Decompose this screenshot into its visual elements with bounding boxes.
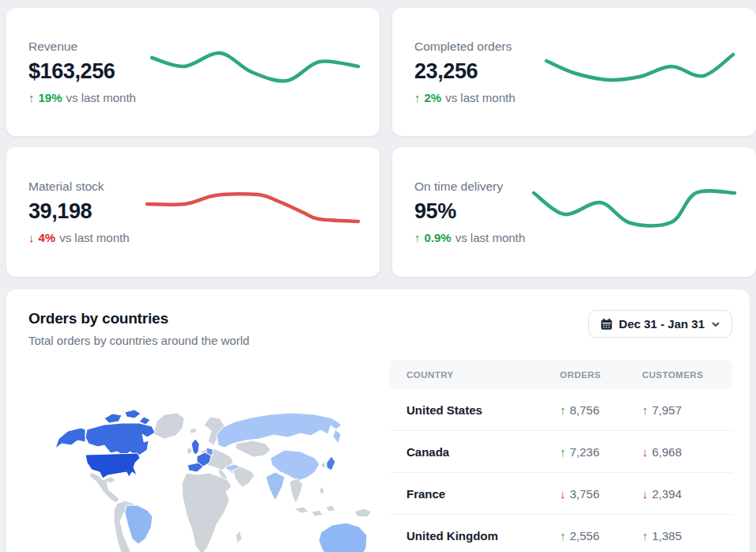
orders-country-table: COUNTRY ORDERS CUSTOMERS United States ↑… <box>389 360 732 552</box>
revenue-sparkline-chart <box>152 50 359 86</box>
trend-arrow-icon: ↑ <box>560 403 566 417</box>
trend-arrow-icon: ↑ <box>414 231 421 244</box>
map-region-southeast-asia <box>289 478 303 504</box>
orders-title-block: Orders by countries Total orders by coun… <box>28 310 249 347</box>
delta-percent: 0.9% <box>425 231 452 244</box>
calendar-icon <box>600 318 613 331</box>
map-country-australia[interactable] <box>319 523 367 552</box>
map-country-south-korea <box>321 462 326 468</box>
delta-percent: 2% <box>425 91 442 104</box>
trend-arrow-icon: ↑ <box>560 445 566 459</box>
trend-arrow-icon: ↑ <box>642 403 648 417</box>
map-region-middle-east <box>232 467 255 487</box>
orders-by-countries-card: Orders by countries Total orders by coun… <box>6 289 750 552</box>
delta-percent: 19% <box>39 91 62 104</box>
map-region-central-asia <box>236 440 270 457</box>
map-continent-africa <box>182 473 232 552</box>
map-country-japan[interactable] <box>327 456 335 471</box>
trend-arrow-icon: ↓ <box>642 445 648 459</box>
kpi-text-block: On time delivery 95% ↑ 0.9% vs last mont… <box>414 180 533 244</box>
orders-value: ↑8,756 <box>560 403 642 417</box>
map-country-united-kingdom[interactable] <box>191 439 199 455</box>
table-row: United States ↑8,756 ↑7,957 <box>389 389 732 431</box>
table-header-row: COUNTRY ORDERS CUSTOMERS <box>389 360 732 389</box>
delta-compare-label: vs last month <box>445 91 515 104</box>
country-name: United Kingdom <box>406 529 560 543</box>
delta-compare-label: vs last month <box>59 231 129 244</box>
section-subtitle: Total orders by countries around the wor… <box>28 334 249 347</box>
kpi-delta: ↓ 4% vs last month <box>28 231 147 244</box>
trend-arrow-icon: ↑ <box>642 529 648 543</box>
table-row: Canada ↑7,236 ↓6,968 <box>389 431 732 473</box>
world-map <box>28 360 389 552</box>
section-title: Orders by countries <box>28 310 249 327</box>
delta-percent: 4% <box>39 231 56 244</box>
kpi-delta: ↑ 0.9% vs last month <box>414 231 533 244</box>
kpi-card-on-time-delivery: On time delivery 95% ↑ 0.9% vs last mont… <box>392 147 756 277</box>
country-name: France <box>406 487 560 501</box>
delta-compare-label: vs last month <box>66 91 136 104</box>
map-country-philippines <box>319 486 324 494</box>
material-stock-sparkline-chart <box>147 191 359 225</box>
kpi-value: 23,256 <box>414 59 533 84</box>
trend-arrow-icon: ↑ <box>28 91 35 104</box>
trend-arrow-icon: ↓ <box>28 231 35 244</box>
delta-compare-label: vs last month <box>455 231 525 244</box>
map-region-alaska[interactable] <box>55 428 85 448</box>
kpi-card-completed-orders: Completed orders 23,256 ↑ 2% vs last mon… <box>392 8 756 136</box>
kpi-value: $163,256 <box>28 59 147 84</box>
on-time-delivery-sparkline-chart <box>533 189 735 227</box>
kpi-grid: Revenue $163,256 ↑ 19% vs last month Com… <box>6 8 750 277</box>
completed-orders-sparkline-chart <box>546 52 735 84</box>
map-country-new-guinea <box>354 509 372 517</box>
map-country-canada-islands <box>104 410 150 425</box>
kpi-card-revenue: Revenue $163,256 ↑ 19% vs last month <box>6 8 380 136</box>
kpi-title: Material stock <box>28 180 147 194</box>
map-country-india[interactable] <box>266 472 285 501</box>
kpi-delta: ↑ 19% vs last month <box>28 91 147 104</box>
kpi-card-material-stock: Material stock 39,198 ↓ 4% vs last month <box>6 147 380 277</box>
orders-value: ↑7,236 <box>560 445 642 459</box>
world-map-svg <box>28 388 384 552</box>
orders-card-body: COUNTRY ORDERS CUSTOMERS United States ↑… <box>28 360 732 552</box>
kpi-text-block: Material stock 39,198 ↓ 4% vs last month <box>28 180 147 244</box>
date-range-label: Dec 31 - Jan 31 <box>619 317 705 331</box>
column-header-country: COUNTRY <box>406 370 560 380</box>
orders-card-header: Orders by countries Total orders by coun… <box>28 310 732 347</box>
kpi-delta: ↑ 2% vs last month <box>414 91 533 104</box>
dashboard-page: Revenue $163,256 ↑ 19% vs last month Com… <box>0 0 756 552</box>
chevron-down-icon <box>711 319 720 329</box>
map-region-kamchatka <box>333 429 341 444</box>
map-country-brazil[interactable] <box>125 505 153 544</box>
trend-arrow-icon: ↑ <box>414 91 421 104</box>
kpi-value: 95% <box>414 199 533 224</box>
customers-value: ↓2,394 <box>642 487 732 501</box>
orders-value: ↑2,556 <box>560 529 642 543</box>
kpi-value: 39,198 <box>28 199 147 224</box>
map-country-ireland <box>187 447 192 455</box>
customers-value: ↓6,968 <box>642 445 732 459</box>
map-country-greenland <box>153 413 184 439</box>
map-country-madagascar <box>236 531 242 543</box>
customers-value: ↑1,385 <box>642 529 732 543</box>
kpi-title: On time delivery <box>414 180 533 194</box>
country-name: United States <box>406 403 560 417</box>
map-country-iceland <box>190 428 196 433</box>
orders-value: ↓3,756 <box>560 487 642 501</box>
customers-value: ↑7,957 <box>642 403 732 417</box>
column-header-customers: CUSTOMERS <box>642 370 732 380</box>
trend-arrow-icon: ↑ <box>560 529 566 543</box>
kpi-text-block: Completed orders 23,256 ↑ 2% vs last mon… <box>414 40 533 104</box>
trend-arrow-icon: ↓ <box>560 487 566 501</box>
country-name: Canada <box>406 445 560 459</box>
kpi-text-block: Revenue $163,256 ↑ 19% vs last month <box>28 40 147 104</box>
column-header-orders: ORDERS <box>560 370 642 380</box>
map-country-russia[interactable] <box>217 413 342 448</box>
map-region-indonesia <box>294 505 335 516</box>
map-country-canada[interactable] <box>85 423 155 456</box>
kpi-title: Completed orders <box>414 40 533 54</box>
date-range-picker-button[interactable]: Dec 31 - Jan 31 <box>588 310 732 338</box>
table-row: United Kingdom ↑2,556 ↑1,385 <box>389 515 732 552</box>
kpi-title: Revenue <box>28 40 147 54</box>
trend-arrow-icon: ↓ <box>642 487 648 501</box>
